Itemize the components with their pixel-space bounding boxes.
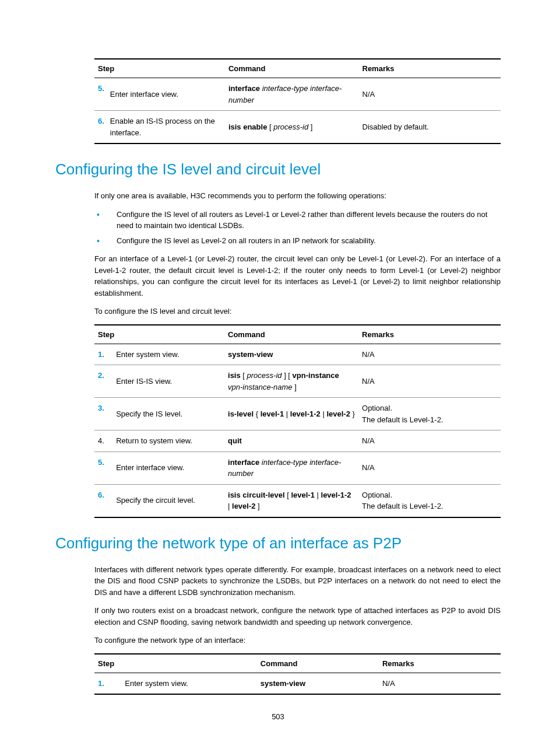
step-number: 6. xyxy=(94,111,107,144)
step-number: 6. xyxy=(94,484,112,517)
step-description: Enter interface view. xyxy=(112,452,224,484)
step-description: Enter system view. xyxy=(121,673,256,694)
remarks-cell: Optional.The default is Level-1-2. xyxy=(358,484,501,517)
step-number: 4. xyxy=(94,430,112,452)
command-cell: interface interface-type interface-numbe… xyxy=(224,452,358,484)
step-number: 1. xyxy=(94,344,112,365)
command-cell: isis [ process-id ] [ vpn-instance vpn-i… xyxy=(224,365,358,398)
table-enable-isis: Step Command Remarks 5.Enter interface v… xyxy=(94,58,501,144)
table-row: 3.Specify the IS level.is-level { level-… xyxy=(94,398,501,430)
remarks-cell: Disabled by default. xyxy=(359,111,501,144)
remarks-cell: N/A xyxy=(358,452,501,484)
remarks-cell: N/A xyxy=(358,365,501,398)
command-cell: interface interface-type interface-numbe… xyxy=(225,78,359,111)
th-step: Step xyxy=(94,59,225,78)
th-remarks: Remarks xyxy=(379,654,501,673)
step-description: Enter system view. xyxy=(112,344,224,365)
table: Step Command Remarks 1.Enter system view… xyxy=(94,653,501,695)
heading-is-level: Configuring the IS level and circuit lev… xyxy=(55,160,501,178)
step-description: Specify the IS level. xyxy=(112,398,224,430)
table-row: 1.Enter system view.system-viewN/A xyxy=(94,673,501,694)
command-cell: is-level { level-1 | level-1-2 | level-2… xyxy=(224,398,358,430)
th-command: Command xyxy=(225,59,359,78)
remarks-cell: N/A xyxy=(359,78,501,111)
command-cell: system-view xyxy=(224,344,358,365)
bullet-list: Configure the IS level of all routers as… xyxy=(94,209,501,247)
paragraph: For an interface of a Level-1 (or Level-… xyxy=(94,253,501,299)
paragraph: To configure the network type of an inte… xyxy=(94,635,501,646)
step-number: 2. xyxy=(94,365,112,398)
step-number: 5. xyxy=(94,452,112,484)
table-row: 5.Enter interface view.interface interfa… xyxy=(94,452,501,484)
table: Step Command Remarks 1.Enter system view… xyxy=(94,324,501,518)
table-is-level: Step Command Remarks 1.Enter system view… xyxy=(94,324,501,518)
paragraph: Interfaces with different network types … xyxy=(94,564,501,598)
table-body: 5.Enter interface view.interface interfa… xyxy=(94,78,501,144)
list-item: Configure the IS level as Level-2 on all… xyxy=(94,235,501,247)
remarks-cell: N/A xyxy=(358,430,501,452)
paragraph: To configure the IS level and circuit le… xyxy=(94,306,501,317)
step-description: Enable an IS-IS process on the interface… xyxy=(107,111,225,144)
table-p2p: Step Command Remarks 1.Enter system view… xyxy=(94,653,501,695)
remarks-cell: N/A xyxy=(379,673,501,694)
command-cell: isis circuit-level [ level-1 | level-1-2… xyxy=(224,484,358,517)
command-cell: quit xyxy=(224,430,358,452)
table-header-row: Step Command Remarks xyxy=(94,59,501,78)
th-step: Step xyxy=(94,325,224,344)
table-header-row: Step Command Remarks xyxy=(94,654,501,673)
paragraph: If only two routers exist on a broadcast… xyxy=(94,605,501,628)
remarks-cell: Optional.The default is Level-1-2. xyxy=(358,398,501,430)
th-command: Command xyxy=(257,654,379,673)
table-row: 6.Enable an IS-IS process on the interfa… xyxy=(94,111,501,144)
step-description: Return to system view. xyxy=(112,430,224,452)
step-number: 3. xyxy=(94,398,112,430)
paragraph: If only one area is available, H3C recom… xyxy=(94,190,501,202)
th-command: Command xyxy=(224,325,358,344)
step-description: Enter IS-IS view. xyxy=(112,365,224,398)
th-remarks: Remarks xyxy=(358,325,501,344)
table-body: 1.Enter system view.system-viewN/A2.Ente… xyxy=(94,344,501,517)
table-row: 1.Enter system view.system-viewN/A xyxy=(94,344,501,365)
table-body: 1.Enter system view.system-viewN/A xyxy=(94,673,501,694)
remarks-cell: N/A xyxy=(358,344,501,365)
th-step: Step xyxy=(94,654,257,673)
table-header-row: Step Command Remarks xyxy=(94,325,501,344)
table-row: 2.Enter IS-IS view.isis [ process-id ] [… xyxy=(94,365,501,398)
page-number: 503 xyxy=(55,712,501,721)
step-description: Enter interface view. xyxy=(107,78,225,111)
command-cell: system-view xyxy=(257,673,379,694)
th-remarks: Remarks xyxy=(359,59,501,78)
table-row: 4.Return to system view.quitN/A xyxy=(94,430,501,452)
heading-p2p: Configuring the network type of an inter… xyxy=(55,534,501,552)
table-row: 6.Specify the circuit level.isis circuit… xyxy=(94,484,501,517)
step-number: 1. xyxy=(94,673,121,694)
table-row: 5.Enter interface view.interface interfa… xyxy=(94,78,501,111)
table: Step Command Remarks 5.Enter interface v… xyxy=(94,58,501,144)
list-item: Configure the IS level of all routers as… xyxy=(94,209,501,232)
step-description: Specify the circuit level. xyxy=(112,484,224,517)
step-number: 5. xyxy=(94,78,107,111)
command-cell: isis enable [ process-id ] xyxy=(225,111,359,144)
